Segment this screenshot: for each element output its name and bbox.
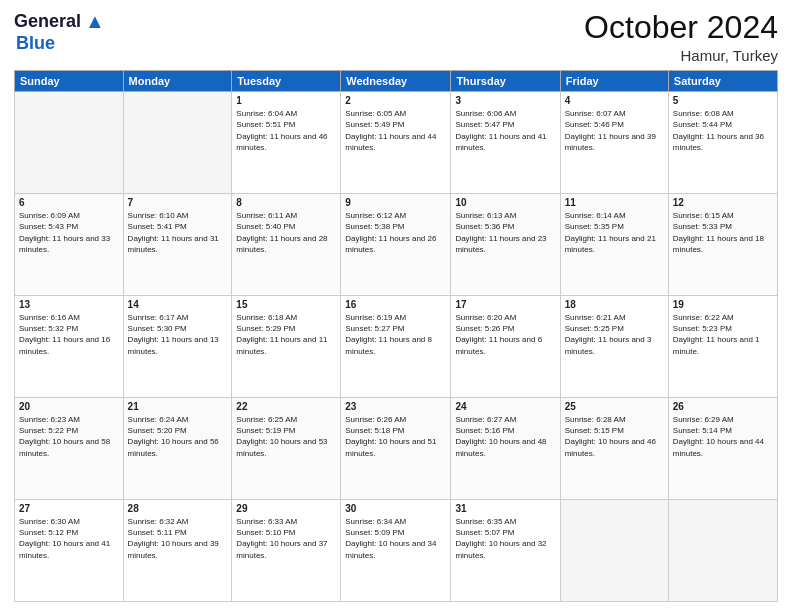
weekday-header-tuesday: Tuesday xyxy=(232,71,341,92)
calendar-cell: 20Sunrise: 6:23 AM Sunset: 5:22 PM Dayli… xyxy=(15,398,124,500)
day-info: Sunrise: 6:10 AM Sunset: 5:41 PM Dayligh… xyxy=(128,210,228,255)
day-number: 3 xyxy=(455,95,555,106)
day-number: 11 xyxy=(565,197,664,208)
day-info: Sunrise: 6:17 AM Sunset: 5:30 PM Dayligh… xyxy=(128,312,228,357)
calendar-cell: 6Sunrise: 6:09 AM Sunset: 5:43 PM Daylig… xyxy=(15,194,124,296)
logo-text-blue: Blue xyxy=(16,33,55,54)
calendar-cell: 3Sunrise: 6:06 AM Sunset: 5:47 PM Daylig… xyxy=(451,92,560,194)
calendar-cell xyxy=(123,92,232,194)
calendar-cell: 29Sunrise: 6:33 AM Sunset: 5:10 PM Dayli… xyxy=(232,500,341,602)
calendar-cell: 30Sunrise: 6:34 AM Sunset: 5:09 PM Dayli… xyxy=(341,500,451,602)
day-number: 13 xyxy=(19,299,119,310)
weekday-header-wednesday: Wednesday xyxy=(341,71,451,92)
calendar-header-row: SundayMondayTuesdayWednesdayThursdayFrid… xyxy=(15,71,778,92)
day-number: 27 xyxy=(19,503,119,514)
day-info: Sunrise: 6:11 AM Sunset: 5:40 PM Dayligh… xyxy=(236,210,336,255)
day-number: 4 xyxy=(565,95,664,106)
day-info: Sunrise: 6:07 AM Sunset: 5:46 PM Dayligh… xyxy=(565,108,664,153)
header: General ▲ Blue October 2024 Hamur, Turke… xyxy=(14,10,778,64)
day-number: 22 xyxy=(236,401,336,412)
day-number: 29 xyxy=(236,503,336,514)
day-info: Sunrise: 6:09 AM Sunset: 5:43 PM Dayligh… xyxy=(19,210,119,255)
calendar-cell xyxy=(15,92,124,194)
calendar-cell: 11Sunrise: 6:14 AM Sunset: 5:35 PM Dayli… xyxy=(560,194,668,296)
calendar-cell: 7Sunrise: 6:10 AM Sunset: 5:41 PM Daylig… xyxy=(123,194,232,296)
day-info: Sunrise: 6:34 AM Sunset: 5:09 PM Dayligh… xyxy=(345,516,446,561)
day-number: 1 xyxy=(236,95,336,106)
calendar-cell: 25Sunrise: 6:28 AM Sunset: 5:15 PM Dayli… xyxy=(560,398,668,500)
day-number: 26 xyxy=(673,401,773,412)
day-info: Sunrise: 6:23 AM Sunset: 5:22 PM Dayligh… xyxy=(19,414,119,459)
calendar-cell: 17Sunrise: 6:20 AM Sunset: 5:26 PM Dayli… xyxy=(451,296,560,398)
day-info: Sunrise: 6:05 AM Sunset: 5:49 PM Dayligh… xyxy=(345,108,446,153)
day-number: 2 xyxy=(345,95,446,106)
day-info: Sunrise: 6:29 AM Sunset: 5:14 PM Dayligh… xyxy=(673,414,773,459)
calendar-cell: 14Sunrise: 6:17 AM Sunset: 5:30 PM Dayli… xyxy=(123,296,232,398)
day-number: 28 xyxy=(128,503,228,514)
day-info: Sunrise: 6:28 AM Sunset: 5:15 PM Dayligh… xyxy=(565,414,664,459)
day-number: 17 xyxy=(455,299,555,310)
calendar-cell: 31Sunrise: 6:35 AM Sunset: 5:07 PM Dayli… xyxy=(451,500,560,602)
calendar-cell: 28Sunrise: 6:32 AM Sunset: 5:11 PM Dayli… xyxy=(123,500,232,602)
calendar-cell: 13Sunrise: 6:16 AM Sunset: 5:32 PM Dayli… xyxy=(15,296,124,398)
day-number: 31 xyxy=(455,503,555,514)
day-number: 20 xyxy=(19,401,119,412)
location-title: Hamur, Turkey xyxy=(584,47,778,64)
day-info: Sunrise: 6:04 AM Sunset: 5:51 PM Dayligh… xyxy=(236,108,336,153)
calendar-cell: 22Sunrise: 6:25 AM Sunset: 5:19 PM Dayli… xyxy=(232,398,341,500)
calendar-week-4: 20Sunrise: 6:23 AM Sunset: 5:22 PM Dayli… xyxy=(15,398,778,500)
day-info: Sunrise: 6:16 AM Sunset: 5:32 PM Dayligh… xyxy=(19,312,119,357)
day-number: 23 xyxy=(345,401,446,412)
day-info: Sunrise: 6:19 AM Sunset: 5:27 PM Dayligh… xyxy=(345,312,446,357)
calendar-cell: 5Sunrise: 6:08 AM Sunset: 5:44 PM Daylig… xyxy=(668,92,777,194)
day-number: 24 xyxy=(455,401,555,412)
logo: General ▲ Blue xyxy=(14,10,105,54)
day-number: 12 xyxy=(673,197,773,208)
calendar-week-2: 6Sunrise: 6:09 AM Sunset: 5:43 PM Daylig… xyxy=(15,194,778,296)
day-info: Sunrise: 6:35 AM Sunset: 5:07 PM Dayligh… xyxy=(455,516,555,561)
calendar-cell: 15Sunrise: 6:18 AM Sunset: 5:29 PM Dayli… xyxy=(232,296,341,398)
weekday-header-friday: Friday xyxy=(560,71,668,92)
day-info: Sunrise: 6:27 AM Sunset: 5:16 PM Dayligh… xyxy=(455,414,555,459)
day-info: Sunrise: 6:18 AM Sunset: 5:29 PM Dayligh… xyxy=(236,312,336,357)
day-info: Sunrise: 6:13 AM Sunset: 5:36 PM Dayligh… xyxy=(455,210,555,255)
day-info: Sunrise: 6:32 AM Sunset: 5:11 PM Dayligh… xyxy=(128,516,228,561)
calendar-cell: 18Sunrise: 6:21 AM Sunset: 5:25 PM Dayli… xyxy=(560,296,668,398)
title-block: October 2024 Hamur, Turkey xyxy=(584,10,778,64)
day-info: Sunrise: 6:25 AM Sunset: 5:19 PM Dayligh… xyxy=(236,414,336,459)
day-info: Sunrise: 6:30 AM Sunset: 5:12 PM Dayligh… xyxy=(19,516,119,561)
day-number: 19 xyxy=(673,299,773,310)
day-number: 16 xyxy=(345,299,446,310)
calendar-week-1: 1Sunrise: 6:04 AM Sunset: 5:51 PM Daylig… xyxy=(15,92,778,194)
logo-text-general: General xyxy=(14,11,81,32)
day-info: Sunrise: 6:12 AM Sunset: 5:38 PM Dayligh… xyxy=(345,210,446,255)
day-number: 10 xyxy=(455,197,555,208)
day-info: Sunrise: 6:24 AM Sunset: 5:20 PM Dayligh… xyxy=(128,414,228,459)
calendar-cell: 24Sunrise: 6:27 AM Sunset: 5:16 PM Dayli… xyxy=(451,398,560,500)
page: General ▲ Blue October 2024 Hamur, Turke… xyxy=(0,0,792,612)
day-number: 8 xyxy=(236,197,336,208)
weekday-header-sunday: Sunday xyxy=(15,71,124,92)
calendar-cell xyxy=(560,500,668,602)
calendar-cell xyxy=(668,500,777,602)
day-info: Sunrise: 6:21 AM Sunset: 5:25 PM Dayligh… xyxy=(565,312,664,357)
calendar-cell: 12Sunrise: 6:15 AM Sunset: 5:33 PM Dayli… xyxy=(668,194,777,296)
calendar-cell: 2Sunrise: 6:05 AM Sunset: 5:49 PM Daylig… xyxy=(341,92,451,194)
calendar-cell: 27Sunrise: 6:30 AM Sunset: 5:12 PM Dayli… xyxy=(15,500,124,602)
day-number: 25 xyxy=(565,401,664,412)
calendar-cell: 1Sunrise: 6:04 AM Sunset: 5:51 PM Daylig… xyxy=(232,92,341,194)
month-title: October 2024 xyxy=(584,10,778,45)
calendar-cell: 23Sunrise: 6:26 AM Sunset: 5:18 PM Dayli… xyxy=(341,398,451,500)
calendar-cell: 9Sunrise: 6:12 AM Sunset: 5:38 PM Daylig… xyxy=(341,194,451,296)
calendar-cell: 4Sunrise: 6:07 AM Sunset: 5:46 PM Daylig… xyxy=(560,92,668,194)
calendar-cell: 26Sunrise: 6:29 AM Sunset: 5:14 PM Dayli… xyxy=(668,398,777,500)
day-number: 18 xyxy=(565,299,664,310)
day-number: 15 xyxy=(236,299,336,310)
calendar-week-5: 27Sunrise: 6:30 AM Sunset: 5:12 PM Dayli… xyxy=(15,500,778,602)
day-info: Sunrise: 6:14 AM Sunset: 5:35 PM Dayligh… xyxy=(565,210,664,255)
day-info: Sunrise: 6:06 AM Sunset: 5:47 PM Dayligh… xyxy=(455,108,555,153)
day-number: 5 xyxy=(673,95,773,106)
day-number: 14 xyxy=(128,299,228,310)
calendar-cell: 8Sunrise: 6:11 AM Sunset: 5:40 PM Daylig… xyxy=(232,194,341,296)
day-info: Sunrise: 6:22 AM Sunset: 5:23 PM Dayligh… xyxy=(673,312,773,357)
